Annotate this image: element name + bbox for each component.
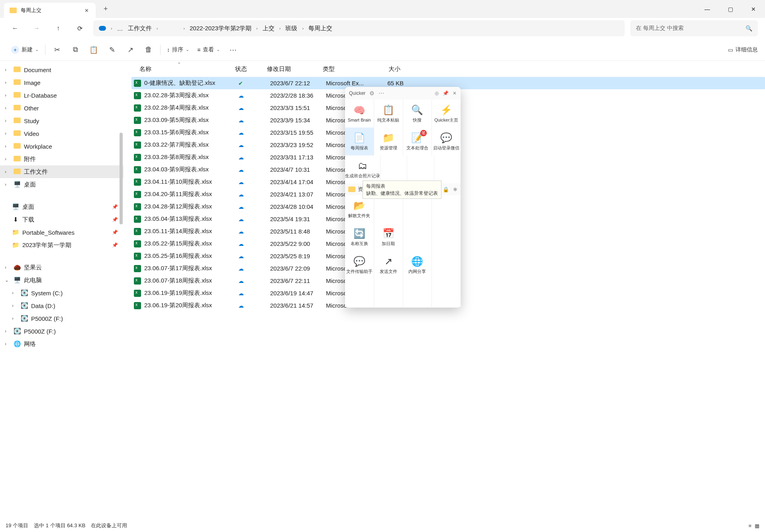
- col-date[interactable]: 修改日期: [267, 65, 323, 73]
- chevron-right-icon[interactable]: ›: [157, 26, 158, 31]
- quicker-panel[interactable]: Quicker ⚙ ⋯ ◎ 📌 ✕ 🧠 Smart Brain 📋 纯文本粘贴 …: [345, 87, 461, 308]
- settings-icon[interactable]: ✱: [453, 186, 457, 192]
- breadcrumb[interactable]: 2022-2023学年第2学期: [190, 25, 251, 32]
- quicker-action[interactable]: 📋 纯文本粘贴: [374, 100, 403, 128]
- quicker-action[interactable]: 🧠 Smart Brain: [345, 100, 374, 128]
- minimize-button[interactable]: —: [696, 0, 719, 18]
- sidebar-item[interactable]: › Lr-Database: [0, 89, 124, 102]
- quicker-action[interactable]: [432, 223, 461, 251]
- quicker-action[interactable]: ⚡ Quicker主页: [432, 100, 461, 128]
- chevron-right-icon[interactable]: ›: [5, 105, 10, 111]
- col-size[interactable]: 大小: [369, 65, 400, 73]
- chevron-right-icon[interactable]: ›: [256, 26, 258, 31]
- quicker-action[interactable]: 📄 每周报表: [345, 128, 374, 155]
- col-state[interactable]: 状态: [235, 65, 267, 73]
- quicker-action[interactable]: [432, 279, 461, 307]
- quicker-action[interactable]: [381, 155, 407, 183]
- sidebar-quick-item[interactable]: 📁 Portable_Softwares 📌: [0, 226, 124, 239]
- quicker-action[interactable]: [374, 195, 403, 223]
- new-button[interactable]: + 新建 ⌄: [7, 43, 43, 56]
- quicker-action[interactable]: [403, 223, 432, 251]
- search-input[interactable]: 在 每周上交 中搜索 🔍: [630, 20, 758, 36]
- sidebar-item[interactable]: › 💽 System (C:): [0, 287, 124, 299]
- sidebar-item[interactable]: › 🌰 坚果云: [0, 261, 124, 274]
- quicker-action[interactable]: 💬 文件传输助手: [345, 251, 374, 279]
- chevron-right-icon[interactable]: ›: [279, 26, 281, 31]
- chevron-icon[interactable]: ›: [5, 328, 10, 334]
- address-bar[interactable]: › … 工作文件 › › 2022-2023学年第2学期 › 上交 › 班级 ›…: [93, 20, 625, 36]
- col-type[interactable]: 类型: [323, 65, 369, 73]
- quicker-action[interactable]: ↗ 发送文件: [374, 251, 403, 279]
- share-button[interactable]: ↗: [121, 45, 139, 54]
- breadcrumb[interactable]: 班级: [285, 25, 297, 32]
- quicker-action[interactable]: [407, 155, 434, 183]
- sidebar-item[interactable]: › Other: [0, 102, 124, 114]
- details-button[interactable]: ▭ 详细信息: [728, 46, 758, 53]
- up-button[interactable]: ↑: [50, 21, 66, 35]
- sort-button[interactable]: ↕ 排序 ⌄: [163, 44, 193, 56]
- quicker-action[interactable]: 🗂 生成班会照片记录: [345, 155, 380, 183]
- chevron-right-icon[interactable]: ›: [5, 182, 10, 187]
- gear-icon[interactable]: ⚙: [369, 90, 375, 96]
- close-icon[interactable]: ✕: [84, 8, 90, 14]
- sidebar-item[interactable]: › 🖥️ 桌面: [0, 178, 124, 191]
- sidebar-quick-item[interactable]: 🖥️ 桌面 📌: [0, 200, 124, 213]
- breadcrumb[interactable]: 每周上交: [308, 25, 332, 32]
- quicker-action[interactable]: 笔 📝 文本处理合: [403, 128, 432, 155]
- sidebar-item[interactable]: › Study: [0, 114, 124, 127]
- chevron-right-icon[interactable]: ›: [5, 169, 10, 175]
- sidebar-item[interactable]: › 🌐 网络: [0, 338, 124, 350]
- rename-button[interactable]: ✎: [103, 45, 121, 54]
- quicker-action[interactable]: [403, 195, 432, 223]
- quicker-action[interactable]: [432, 251, 461, 279]
- quicker-action[interactable]: 💬 启动登录微信: [432, 128, 461, 155]
- chevron-right-icon[interactable]: ›: [111, 26, 112, 31]
- back-button[interactable]: ←: [7, 21, 23, 35]
- sidebar-item[interactable]: › 💽 Data (D:): [0, 299, 124, 312]
- quicker-action[interactable]: [403, 279, 432, 307]
- chevron-up-icon[interactable]: ⌃: [177, 62, 181, 67]
- sidebar-item[interactable]: › 工作文件: [0, 165, 124, 178]
- close-icon[interactable]: ✕: [453, 90, 457, 96]
- quicker-action[interactable]: [434, 155, 461, 183]
- chevron-right-icon[interactable]: ›: [5, 156, 10, 162]
- lock-icon[interactable]: 🔒: [443, 186, 449, 192]
- quicker-action[interactable]: 🌐 内网分享: [403, 251, 432, 279]
- delete-button[interactable]: 🗑: [139, 45, 158, 54]
- chevron-icon[interactable]: ›: [12, 303, 18, 308]
- maximize-button[interactable]: ▢: [719, 0, 742, 18]
- view-grid-icon[interactable]: ▦: [755, 523, 759, 529]
- sidebar-item[interactable]: › Workplace: [0, 140, 124, 153]
- chevron-right-icon[interactable]: ›: [5, 92, 10, 98]
- chevron-icon[interactable]: ⌄: [5, 277, 10, 283]
- chevron-icon[interactable]: ›: [12, 290, 18, 296]
- breadcrumb[interactable]: 工作文件: [128, 25, 152, 32]
- close-button[interactable]: ✕: [742, 0, 765, 18]
- chevron-right-icon[interactable]: ›: [5, 67, 10, 73]
- sidebar-item[interactable]: › Document: [0, 63, 124, 76]
- breadcrumb[interactable]: 上交: [263, 25, 275, 32]
- sidebar-item[interactable]: ⌄ 🖥️ 此电脑: [0, 274, 124, 287]
- chevron-right-icon[interactable]: ›: [183, 26, 185, 31]
- view-button[interactable]: ≡ 查看 ⌄: [193, 44, 224, 56]
- sidebar-item[interactable]: › Video: [0, 127, 124, 140]
- chevron-right-icon[interactable]: ›: [5, 80, 10, 85]
- ellipsis-icon[interactable]: …: [117, 25, 123, 32]
- sidebar-quick-item[interactable]: ⬇ 下载 📌: [0, 213, 124, 226]
- refresh-button[interactable]: ⟳: [72, 21, 88, 35]
- more-button[interactable]: ⋯: [224, 45, 242, 54]
- forward-button[interactable]: →: [29, 21, 45, 35]
- chevron-right-icon[interactable]: ›: [5, 143, 10, 149]
- sidebar-item[interactable]: › 💽 P5000Z (F:): [0, 312, 124, 325]
- cut-button[interactable]: ✂: [48, 45, 66, 54]
- sidebar-item[interactable]: › 💽 P5000Z (F:): [0, 325, 124, 338]
- chevron-right-icon[interactable]: ›: [5, 131, 10, 136]
- chevron-icon[interactable]: ›: [12, 316, 18, 321]
- quicker-action[interactable]: 📂 解散文件夹: [345, 195, 374, 223]
- more-icon[interactable]: ⋯: [379, 90, 384, 96]
- quicker-action[interactable]: [345, 279, 374, 307]
- sidebar-quick-item[interactable]: 📁 2023学年第一学期 📌: [0, 239, 124, 251]
- view-list-icon[interactable]: ≡: [748, 523, 751, 529]
- quicker-action[interactable]: [432, 195, 461, 223]
- user-icon[interactable]: ◎: [435, 90, 439, 96]
